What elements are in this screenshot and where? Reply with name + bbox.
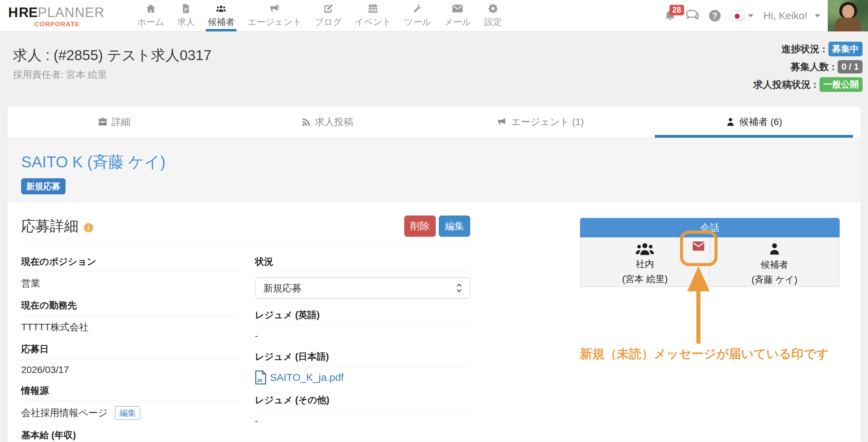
status-badge: 募集中	[828, 42, 863, 56]
delete-button[interactable]: 削除	[404, 216, 436, 237]
field-resume-english: レジュメ (英語) -	[255, 309, 470, 341]
nav-item-blog[interactable]: ブログ	[314, 0, 343, 31]
field-value: -	[255, 415, 470, 426]
field-current-position: 現在のポジション 営業	[21, 255, 240, 290]
progress-status-row: 進捗状況 : 募集中	[781, 42, 863, 56]
field-label: 基本給 (年収)	[21, 429, 240, 442]
nav-label: ホーム	[137, 16, 164, 28]
field-current-employer: 現在の勤務先 TTTTT株式会社	[21, 299, 240, 334]
status-badge: 0 / 1	[838, 60, 863, 73]
status-select[interactable]: 新規応募	[255, 277, 470, 299]
ja-document-icon: JA	[255, 370, 266, 385]
status-label: 募集人数 :	[791, 60, 835, 73]
notifications-button[interactable]: 28	[664, 9, 676, 23]
status-label: 求人投稿状況 :	[753, 78, 816, 91]
fields-column-left: 現在のポジション 営業 現在の勤務先 TTTTT株式会社 応募日 2026/03…	[21, 255, 240, 442]
hireplanner-logo[interactable]: HREPLANNER CORPORATE	[8, 5, 80, 28]
nav-item-mail[interactable]: メール	[444, 0, 472, 31]
avatar-body	[835, 18, 861, 31]
job-title: 求人 : (#2855) テスト求人0317	[13, 46, 212, 65]
chat-bubbles-icon	[685, 9, 700, 21]
field-label: 状況	[255, 255, 470, 272]
nav-item-tools[interactable]: ツール	[404, 0, 432, 31]
briefcase-icon	[98, 117, 107, 127]
job-detail-card: 詳細 求人投稿 エージェント (1) 候補者 (6) SAITO K (斉藤 ケ…	[8, 106, 860, 442]
job-header: 求人 : (#2855) テスト求人0317 採用責任者: 宮本 絵里 進捗状況…	[0, 31, 868, 106]
field-source: 情報源 会社採用情報ページ 編集	[21, 385, 240, 420]
tab-candidates[interactable]: 候補者 (6)	[647, 106, 860, 138]
nav-item-candidates[interactable]: 候補者	[207, 0, 235, 31]
field-resume-other: レジュメ (その他) -	[255, 394, 470, 426]
field-label: 情報源	[21, 385, 240, 401]
tab-agents[interactable]: エージェント (1)	[434, 106, 647, 138]
field-resume-japanese: レジュメ (日本語) JA SAITO_K_ja.pdf	[255, 350, 470, 385]
avatar[interactable]	[828, 0, 868, 31]
tab-details[interactable]: 詳細	[8, 106, 221, 138]
document-icon	[181, 3, 191, 14]
fields-column-right: 状況 新規応募 レジュメ (英語) - レジュメ (日本語)	[255, 255, 470, 442]
user-greeting: Hi, Keiko!	[764, 10, 807, 22]
logo-corporate-label: CORPORATE	[8, 20, 80, 28]
avatar-face	[842, 5, 854, 18]
candidate-conversation-panel[interactable]: 候補者 (斉藤 ケイ)	[710, 237, 840, 287]
nav-label: 設定	[484, 16, 502, 28]
wrench-icon	[413, 3, 423, 14]
person-icon	[726, 117, 735, 127]
field-value: -	[255, 330, 470, 341]
pencil-square-icon	[323, 3, 333, 14]
tab-label: 候補者 (6)	[739, 115, 782, 128]
messages-button[interactable]	[685, 9, 700, 22]
field-label: レジュメ (英語)	[255, 309, 470, 325]
users-icon	[635, 241, 655, 256]
help-button[interactable]: ?	[709, 10, 721, 22]
resume-pdf-link[interactable]: SAITO_K_ja.pdf	[270, 372, 344, 383]
field-label: レジュメ (日本語)	[255, 350, 470, 367]
nav-item-agents[interactable]: エージェント	[247, 0, 302, 31]
nav-label: 候補者	[208, 16, 234, 28]
panel-person-name: (斉藤 ケイ)	[710, 274, 839, 286]
logo-text-planner: PLANNER	[38, 5, 104, 20]
field-value: 2026/03/17	[21, 364, 240, 375]
conversation-widget: 会話 社内 (宮本 絵里) 候補者 (斉藤 ケイ) 新規	[580, 218, 840, 287]
field-application-date: 応募日 2026/03/17	[21, 343, 240, 375]
language-selector[interactable]	[729, 11, 753, 21]
nav-label: 求人	[177, 16, 195, 28]
main-nav-menu: ホーム 求人 候補者 エージェント ブログ イベント ツール メール	[136, 0, 503, 31]
users-icon	[216, 3, 226, 14]
nav-item-home[interactable]: ホーム	[136, 0, 165, 31]
chevron-down-icon	[748, 14, 753, 17]
tab-label: 求人投稿	[315, 115, 353, 128]
edit-button[interactable]: 編集	[439, 216, 470, 237]
tab-label: エージェント (1)	[511, 115, 584, 128]
nav-item-settings[interactable]: 設定	[483, 0, 503, 31]
svg-text:JA: JA	[257, 378, 262, 383]
user-menu[interactable]: Hi, Keiko!	[764, 10, 820, 22]
nav-label: メール	[444, 16, 471, 28]
candidate-header-band: SAITO K (斉藤 ケイ) 新規応募	[8, 138, 860, 202]
candidate-name-link[interactable]: SAITO K (斉藤 ケイ)	[21, 152, 847, 173]
megaphone-icon	[270, 3, 280, 14]
chevron-down-icon	[815, 14, 820, 17]
tab-label: 詳細	[112, 115, 131, 128]
nav-item-events[interactable]: イベント	[354, 0, 392, 31]
headcount-row: 募集人数 : 0 / 1	[791, 60, 863, 73]
logo-text-re: RE	[19, 5, 38, 20]
field-label: 応募日	[21, 343, 240, 359]
application-heading-row: 応募詳細 i 削除 編集	[21, 216, 470, 245]
select-chevrons-icon	[456, 282, 463, 293]
tab-job-posting[interactable]: 求人投稿	[221, 106, 434, 138]
home-icon	[146, 3, 156, 14]
annotation-text: 新規（未読）メッセージが届いている印です	[580, 346, 839, 362]
tab-bar: 詳細 求人投稿 エージェント (1) 候補者 (6)	[8, 106, 860, 138]
status-badge: 一般公開	[820, 77, 863, 92]
annotation-arrow-shaft	[696, 291, 700, 344]
field-value: 会社採用情報ページ	[21, 406, 107, 419]
status-label: 進捗状況 :	[781, 43, 825, 56]
nav-item-jobs[interactable]: 求人	[176, 0, 196, 31]
source-edit-button[interactable]: 編集	[115, 406, 140, 420]
megaphone-icon	[497, 117, 507, 127]
posting-status-row: 求人投稿状況 : 一般公開	[753, 77, 863, 92]
info-icon[interactable]: i	[84, 223, 93, 232]
application-content: 応募詳細 i 削除 編集 現在のポジション 営業 現在の勤務先	[8, 202, 860, 442]
navbar-right-cluster: 28 ? Hi, Keiko!	[664, 0, 868, 31]
